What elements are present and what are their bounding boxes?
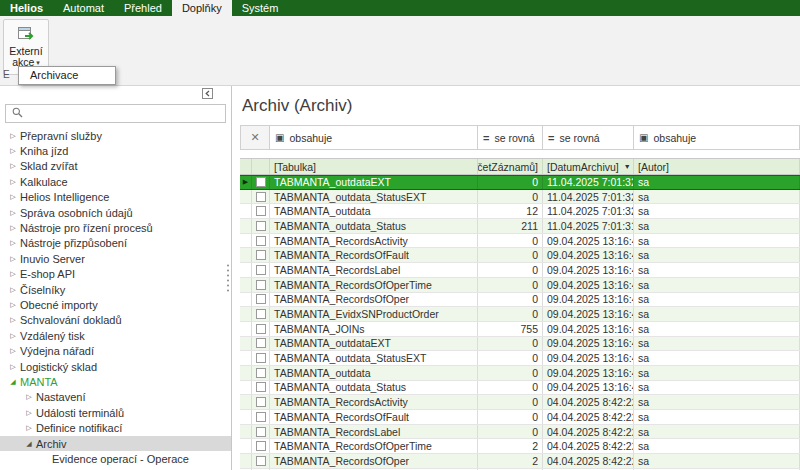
table-row[interactable]: TABMANTA_RecordsActivity004.04.2025 8:42… [240, 395, 800, 410]
column-header-3[interactable]: [Autor] [634, 159, 800, 174]
tree-collapse-icon[interactable]: ◢ [6, 378, 20, 386]
row-checkbox[interactable] [256, 309, 266, 319]
table-row[interactable]: TABMANTA_RecordsOfFault004.04.2025 8:42:… [240, 410, 800, 425]
table-row[interactable]: TABMANTA_outdata_Status009.04.2025 13:16… [240, 381, 800, 396]
tree-item-události-terminálů[interactable]: ▷Události terminálů [0, 405, 231, 420]
row-checkbox[interactable] [256, 368, 266, 378]
tree-item-kniha-jízd[interactable]: ▷Kniha jízd [0, 143, 231, 158]
tree-expand-icon[interactable]: ▷ [6, 224, 20, 232]
table-row[interactable]: TABMANTA_JOINs75509.04.2025 13:16:43sa [240, 322, 800, 337]
row-checkbox[interactable] [256, 412, 266, 422]
menu-tab-automat[interactable]: Automat [53, 0, 114, 16]
menu-item-archivace[interactable]: Archivace [19, 67, 115, 84]
tree-collapse-icon[interactable]: ◢ [22, 440, 36, 448]
menu-tab-přehled[interactable]: Přehled [114, 0, 172, 16]
row-checkbox[interactable] [256, 280, 266, 290]
tree-expand-icon[interactable]: ▷ [6, 209, 20, 217]
tree-expand-icon[interactable]: ▷ [6, 255, 20, 263]
tree-expand-icon[interactable]: ▷ [6, 316, 20, 324]
tree-expand-icon[interactable]: ▷ [6, 347, 20, 355]
tree-expand-icon[interactable]: ▷ [6, 270, 20, 278]
table-row[interactable]: TABMANTA_RecordsOfOper204.04.2025 8:42:2… [240, 454, 800, 469]
row-checkbox[interactable] [256, 324, 266, 334]
row-checkbox[interactable] [256, 177, 266, 187]
tree-item-číselníky[interactable]: ▷Číselníky [0, 282, 231, 297]
table-row[interactable]: TABMANTA_outdataEXT009.04.2025 13:16:43s… [240, 337, 800, 352]
table-row[interactable]: TABMANTA_EvidxSNProductOrder009.04.2025 … [240, 307, 800, 322]
row-checkbox[interactable] [256, 206, 266, 216]
tree-item-nastavení[interactable]: ▷Nastavení [0, 390, 231, 405]
row-checkbox[interactable] [256, 221, 266, 231]
tree-expand-icon[interactable]: ▷ [6, 132, 20, 140]
table-row[interactable]: TABMANTA_outdata009.04.2025 13:16:43sa [240, 366, 800, 381]
tree-item-helios-intelligence[interactable]: ▷Helios Intelligence [0, 190, 231, 205]
filter-cell-1[interactable]: =se rovná [478, 125, 543, 150]
row-checkbox[interactable] [256, 236, 266, 246]
tree-expand-icon[interactable]: ▷ [6, 178, 20, 186]
menu-tab-helios[interactable]: Helios [0, 0, 53, 16]
row-checkbox[interactable] [256, 456, 266, 466]
column-header-0[interactable]: [Tabulka] [270, 159, 478, 174]
filter-cell-3[interactable]: ▣obsahuje [634, 125, 800, 150]
tree-expand-icon[interactable]: ▷ [6, 301, 20, 309]
search-input[interactable] [28, 106, 225, 121]
menu-tab-doplňky[interactable]: Doplňky [172, 0, 232, 16]
tree-item-archiv[interactable]: ◢Archiv [0, 436, 231, 451]
table-row[interactable]: TABMANTA_RecordsOfOperTime009.04.2025 13… [240, 278, 800, 293]
tree-expand-icon[interactable]: ▷ [6, 239, 20, 247]
tree-item-správa-osobních-údajů[interactable]: ▷Správa osobních údajů [0, 205, 231, 220]
tree-item-inuvio-server[interactable]: ▷Inuvio Server [0, 251, 231, 266]
column-header-1[interactable]: [PočetZáznamů] [478, 159, 543, 174]
tree-expand-icon[interactable]: ▷ [6, 363, 20, 371]
table-row[interactable]: TABMANTA_outdata1211.04.2025 7:01:32sa [240, 204, 800, 219]
tree-item-evidence-operací---operace[interactable]: Evidence operací - Operace [0, 451, 231, 466]
table-row[interactable]: ▶TABMANTA_outdataEXT011.04.2025 7:01:32s… [240, 175, 800, 190]
clear-filter-button[interactable]: ✕ [240, 125, 270, 150]
tree-item-nástroje-pro-řízení-procesů[interactable]: ▷Nástroje pro řízení procesů [0, 220, 231, 235]
row-checkbox[interactable] [256, 250, 266, 260]
table-row[interactable]: TABMANTA_RecordsActivity009.04.2025 13:1… [240, 234, 800, 249]
tree-item-výdejna-nářadí[interactable]: ▷Výdejna nářadí [0, 343, 231, 358]
table-row[interactable]: TABMANTA_RecordsLabel004.04.2025 8:42:22… [240, 425, 800, 440]
tree-item-nástroje-přizpůsobení[interactable]: ▷Nástroje přizpůsobení [0, 236, 231, 251]
splitter-handle[interactable] [225, 265, 230, 292]
search-box[interactable] [5, 104, 226, 123]
tree-expand-icon[interactable]: ▷ [6, 286, 20, 294]
tree-expand-icon[interactable]: ▷ [6, 332, 20, 340]
filter-cell-2[interactable]: =se rovná [543, 125, 634, 150]
table-row[interactable]: TABMANTA_RecordsOfOper009.04.2025 13:16:… [240, 293, 800, 308]
tree-expand-icon[interactable]: ▷ [6, 193, 20, 201]
tree-item-manta[interactable]: ◢MANTA [0, 374, 231, 389]
tree-item-snímky-pracovišť[interactable]: Snímky pracovišť [0, 467, 231, 470]
column-header-2[interactable]: [DatumArchivu]▼ [543, 159, 634, 174]
row-checkbox[interactable] [256, 192, 266, 202]
table-row[interactable]: TABMANTA_RecordsOfFault009.04.2025 13:16… [240, 248, 800, 263]
tree-item-sklad-zvířat[interactable]: ▷Sklad zvířat [0, 159, 231, 174]
tree-item-schvalování-dokladů[interactable]: ▷Schvalování dokladů [0, 313, 231, 328]
table-row[interactable]: TABMANTA_RecordsLabel009.04.2025 13:16:4… [240, 263, 800, 278]
tree-item-e-shop-api[interactable]: ▷E-shop API [0, 267, 231, 282]
tree-item-přepravní-služby[interactable]: ▷Přepravní služby [0, 128, 231, 143]
row-checkbox[interactable] [256, 353, 266, 363]
row-checkbox[interactable] [256, 427, 266, 437]
table-row[interactable]: TABMANTA_outdata_Status21111.04.2025 7:0… [240, 219, 800, 234]
row-checkbox[interactable] [256, 265, 266, 275]
tree-item-definice-notifikací[interactable]: ▷Definice notifikací [0, 420, 231, 435]
tree-item-vzdálený-tisk[interactable]: ▷Vzdálený tisk [0, 328, 231, 343]
collapse-sidebar-icon[interactable] [202, 88, 213, 101]
tree-expand-icon[interactable]: ▷ [22, 424, 36, 432]
table-row[interactable]: TABMANTA_outdata_StatusEXT009.04.2025 13… [240, 351, 800, 366]
row-checkbox[interactable] [256, 441, 266, 451]
row-checkbox[interactable] [256, 382, 266, 392]
tree-expand-icon[interactable]: ▷ [6, 162, 20, 170]
tree-expand-icon[interactable]: ▷ [22, 393, 36, 401]
row-checkbox[interactable] [256, 397, 266, 407]
table-row[interactable]: TABMANTA_outdata_StatusEXT011.04.2025 7:… [240, 190, 800, 205]
tree-expand-icon[interactable]: ▷ [6, 147, 20, 155]
row-checkbox[interactable] [256, 294, 266, 304]
tree-item-obecné-importy[interactable]: ▷Obecné importy [0, 297, 231, 312]
row-checkbox[interactable] [256, 338, 266, 348]
table-row[interactable]: TABMANTA_RecordsOfOperTime204.04.2025 8:… [240, 439, 800, 454]
filter-cell-0[interactable]: ▣obsahuje [270, 125, 478, 150]
tree-item-kalkulace[interactable]: ▷Kalkulace [0, 174, 231, 189]
